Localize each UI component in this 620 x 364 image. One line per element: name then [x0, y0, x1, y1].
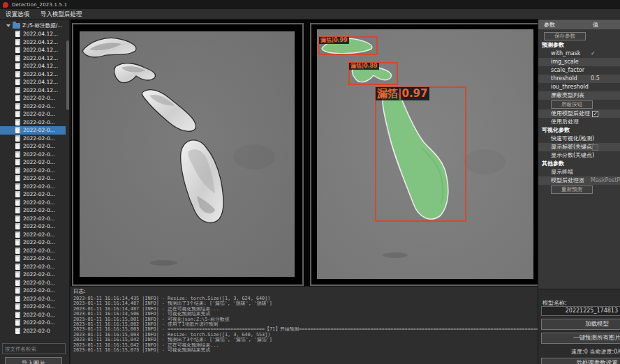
param-value[interactable]: ✓	[591, 50, 596, 58]
tree-item-label: 2022-02-0...	[23, 191, 55, 197]
tree-item-label: 2022-02-0...	[23, 199, 55, 206]
tree-item-label: 2022-02-0...	[23, 95, 55, 101]
tree-item[interactable]: 2022-02-0...	[0, 238, 66, 247]
tree-item-label: 2022.04.12...	[23, 31, 58, 37]
tree-item-label: 2022-02-0...	[23, 175, 55, 181]
app-logo-icon	[3, 2, 8, 8]
file-icon	[15, 79, 20, 85]
tree-item-label: 2022.04.12...	[23, 87, 58, 93]
tree-item[interactable]: 2022-02-0...	[0, 303, 66, 311]
param-name: 显示终端	[551, 168, 573, 176]
tree-item-label: 2022.04.12...	[23, 63, 58, 69]
tree-item[interactable]: 2022-02-0...	[0, 263, 66, 271]
file-icon	[15, 63, 20, 69]
file-icon	[15, 280, 20, 286]
param-button[interactable]: 重新预测	[551, 185, 593, 194]
params-col-value: 值	[593, 21, 598, 29]
tree-item-label: 2022-02-0...	[23, 111, 55, 117]
param-value[interactable]: MaskPostPro	[591, 176, 620, 185]
tree-item[interactable]: 2022-02-0...	[0, 255, 66, 263]
param-checkbox[interactable]: ✓	[592, 111, 598, 117]
log-lines: 2023-01-11 16:16:14,435 |INFO| - Resize:…	[71, 296, 538, 353]
tree-item[interactable]: 2022-02-0...	[0, 311, 66, 319]
tree-item[interactable]: 2022.04.12...	[0, 62, 66, 70]
log-line: 2023-01-11 16:16:15,073 |INFO| - 可视化预测结果…	[73, 348, 538, 353]
load-model-button[interactable]: 加载模型	[541, 319, 620, 330]
tree-item[interactable]: 2022-02-0...	[0, 174, 66, 183]
tree-item-label: 2022-02-0...	[23, 167, 55, 174]
tree-item-label: 2022-02-0...	[23, 271, 55, 278]
tree-item-label: 2022-02-0...	[23, 239, 55, 245]
tree-item[interactable]: 2022-02-0...	[0, 167, 66, 175]
tree-item[interactable]: 2022-02-0...	[0, 215, 66, 223]
tree-item[interactable]: 2022-02-0...	[0, 119, 66, 127]
tree-item[interactable]: 2022-02-0...	[0, 247, 66, 255]
param-row: 显示标签(关键点)	[538, 143, 620, 151]
tree-item[interactable]: 2022-02-0...	[0, 222, 66, 231]
tree-item[interactable]: 2022-02-0...	[0, 135, 66, 143]
original-image	[80, 31, 295, 277]
file-icon	[15, 239, 20, 245]
postprocess-params-button[interactable]: 后处理参数设置	[541, 358, 620, 364]
tree-item[interactable]: 2022-02-0...	[0, 110, 66, 119]
tree-item[interactable]: 2022.04.12...	[0, 54, 66, 63]
window-title: Detection_2023.1.5.1	[12, 2, 67, 8]
tree-item[interactable]: 2022-02-0...	[0, 206, 66, 215]
tree-item-label: 2022-02-0...	[23, 223, 55, 229]
tree-item[interactable]: 2022-02-0...	[0, 319, 66, 327]
tree-item-list: 2022.04.12...2022.04.12...2022.04.12...2…	[0, 30, 66, 335]
param-row: 模型后处理器MaskPostPro	[538, 176, 620, 185]
search-input[interactable]	[2, 343, 66, 354]
tree-item-label: 2022.04.12...	[23, 79, 58, 85]
tree-item[interactable]: 2022-02-0	[0, 327, 66, 335]
tree-item[interactable]: 2022-02-0...	[0, 94, 66, 103]
param-row: img_scale	[538, 58, 620, 66]
tree-item[interactable]: 2022.04.12...	[0, 78, 66, 86]
tree-item[interactable]: 2022.04.12...	[0, 70, 66, 79]
import-images-button[interactable]: 导入图片	[5, 357, 62, 364]
tree-item[interactable]: 2022-02-0...	[0, 271, 66, 279]
param-name: 使用模型后处理	[551, 109, 590, 118]
tree-item[interactable]: 2022-02-0...	[0, 199, 66, 207]
tree-item[interactable]: 2022-02-0...	[0, 103, 66, 111]
file-icon	[15, 264, 20, 270]
tree-item[interactable]: 2022-02-0...	[0, 151, 66, 159]
tree-item[interactable]: 2022.04.12...	[0, 46, 66, 54]
param-button[interactable]: 屏蔽按钮	[551, 100, 593, 109]
tree-item[interactable]: 2022-02-0...	[0, 126, 66, 135]
menu-settings[interactable]: 设置选项	[0, 9, 35, 20]
param-checkbox[interactable]	[592, 144, 598, 151]
predict-all-button[interactable]: 一键预测所有图片	[541, 333, 620, 344]
file-icon	[15, 287, 20, 294]
param-button-row: 保存参数	[538, 31, 620, 41]
tree-item[interactable]: 2022-02-0...	[0, 231, 66, 239]
progress-status: 速度:0 当前进度:0/0	[541, 348, 620, 356]
tree-item-label: 2022-02-0...	[23, 143, 55, 149]
tree-root[interactable]: Z:/5-标注数据/...	[0, 21, 66, 30]
tree-item[interactable]: 2022-02-0...	[0, 279, 66, 287]
file-icon	[15, 143, 20, 149]
param-name: threshold	[551, 75, 577, 83]
tree-item[interactable]: 2022-02-0...	[0, 183, 66, 191]
tree-item-label: 2022-02-0...	[23, 159, 55, 165]
tree-item[interactable]: 2022-02-0...	[0, 287, 66, 295]
tree-item[interactable]: 2022-02-0...	[0, 142, 66, 151]
grayscale-sample-image	[80, 31, 295, 277]
param-value[interactable]: 0.5	[591, 75, 600, 83]
detection-label: 漏箔|0.97	[376, 87, 429, 100]
tree-scrollbar[interactable]	[66, 40, 69, 110]
file-icon	[15, 303, 20, 310]
tree-item[interactable]: 2022.04.12...	[0, 38, 66, 47]
tree-item[interactable]: 2022-02-0...	[0, 158, 66, 167]
file-icon	[15, 271, 20, 278]
tree-item[interactable]: 2022.04.12...	[0, 30, 66, 38]
tree-item[interactable]: 2022-02-0...	[0, 190, 66, 199]
tree-item[interactable]: 2022.04.12...	[0, 86, 66, 95]
model-name-field[interactable]: 20221225_174813	[541, 306, 620, 316]
chevron-down-icon[interactable]	[6, 24, 10, 27]
tree-item[interactable]: 2022-02-0...	[0, 295, 66, 303]
menu-import-model-postprocess[interactable]: 导入模型后处理	[35, 9, 88, 20]
param-button[interactable]: 保存参数	[544, 32, 586, 40]
file-icon	[15, 135, 20, 142]
tree-item-label: 2022-02-0...	[23, 215, 55, 222]
